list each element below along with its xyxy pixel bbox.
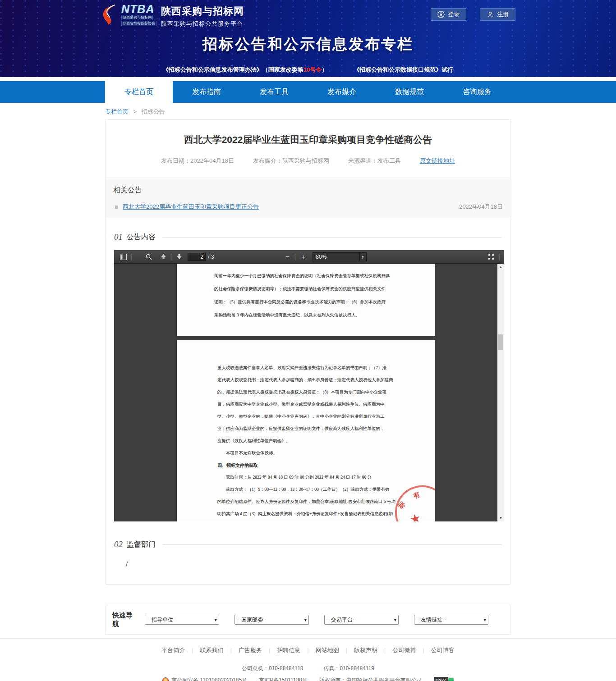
- quick-nav-select[interactable]: --友情链接--: [414, 615, 488, 625]
- square-bullet-icon: [115, 206, 118, 209]
- register-button[interactable]: 注册: [480, 8, 515, 21]
- section-content-header: 01 公告内容: [114, 232, 502, 242]
- footer-link[interactable]: 招聘信息: [262, 646, 300, 654]
- quick-nav-select[interactable]: --指导单位--: [145, 615, 219, 625]
- logo-caption-2: 陕西省招标投标协会: [121, 21, 156, 26]
- origin-link[interactable]: 原文链接地址: [420, 157, 455, 165]
- zoom-in-button[interactable]: +: [297, 251, 309, 262]
- related-announcements: 相关公告 西北大学2022届毕业生蓝田玉印章采购项目更正公告 2022年04月1…: [106, 178, 510, 218]
- site-title: 陕西采购与招标网: [161, 5, 244, 18]
- quick-nav-select[interactable]: --国家部委--: [234, 615, 309, 625]
- pdf-text-line: 定代表人授权委托书；法定代表人参加磋商的，须出示身份证；法定代表人授权他人参加磋…: [217, 374, 382, 386]
- breadcrumb-separator: >: [133, 108, 137, 115]
- footer-link[interactable]: 公司微博: [377, 646, 416, 654]
- footer-link[interactable]: 网站地图: [300, 646, 339, 654]
- breadcrumb-current: 招标公告: [142, 108, 165, 115]
- banner-subtitle: 《招标公告和公示信息发布管理办法》（国家发改委第10号令） 《招标公告和公示数据…: [101, 66, 515, 74]
- quick-nav-select[interactable]: --交易平台--: [324, 615, 399, 625]
- pdf-text-line: 应提供《残疾人福利性单位声明函》。: [217, 435, 382, 447]
- cnzz-stats-badge[interactable]: CNZZ: [434, 677, 454, 681]
- pdf-text-line: 型、小型、微型企业的，提供《中小企业声明函》，且中小企业的划分标准所属行业为工: [217, 411, 382, 423]
- article-card: 西北大学2022届毕业生蓝田玉印章采购项目竞争性磋商公告 发布日期：2022年0…: [106, 119, 510, 585]
- pdf-viewer: / 3 − + 80% ▴▾: [114, 250, 504, 521]
- footer-copyright: 版权所有：中国招标公共服务平台有限公司: [319, 676, 422, 681]
- section-title: 监督部门: [127, 540, 156, 549]
- footer-link[interactable]: 版权声明: [339, 646, 377, 654]
- banner-title: 招标公告和公示信息发布专栏: [101, 34, 515, 55]
- presentation-mode-button[interactable]: [485, 251, 497, 262]
- supervisor-value: /: [126, 560, 510, 568]
- nav-item-consulting[interactable]: 咨询服务: [443, 81, 511, 103]
- site-logo[interactable]: NTBA 陕西采购与招标网 陕西省招标投标协会: [101, 4, 156, 26]
- pdf-page-2: 重大税收违法案件当事人名单、政府采购严重违法失信行为记录名单的书面声明；（7）法…: [177, 340, 435, 521]
- spinner-arrows-icon: ▴▾: [359, 253, 364, 261]
- scroll-up-arrow-icon[interactable]: ▲: [497, 264, 504, 270]
- search-button[interactable]: [143, 251, 155, 262]
- site-footer: 平台简介联系我们广告服务招聘信息网站地图版权声明公司微博公司博客 公司总机：01…: [0, 638, 616, 681]
- pdf-text-line: 的，须提供法定代表人授权委托书及被授权人身份证；（8）本项目为专门面向中小企业项: [217, 386, 382, 398]
- nav-item-publish-tools[interactable]: 发布工具: [240, 81, 308, 103]
- pdf-text-line: 重大税收违法案件当事人名单、政府采购严重违法失信行为记录名单的书面声明；（7）法: [217, 362, 382, 374]
- zoom-out-button[interactable]: −: [281, 251, 293, 262]
- section-number: 01: [114, 232, 123, 242]
- pdf-text-line: 间前一年内至少一个月已缴纳的社会保障资金的证明（社会保障资金缴存单据或社保机构开…: [214, 270, 382, 283]
- header-nav-gap: [0, 77, 616, 81]
- pdf-page-1: 间前一年内至少一个月已缴纳的社会保障资金的证明（社会保障资金缴存单据或社保机构开…: [177, 264, 435, 336]
- section-title: 公告内容: [127, 233, 156, 242]
- publish-date: 发布日期：2022年04月18日: [161, 157, 234, 165]
- user-icon: [437, 11, 445, 18]
- footer-phone: 公司总机：010-88484118: [242, 665, 303, 672]
- footer-link[interactable]: 公司博客: [416, 646, 454, 654]
- related-item: 西北大学2022届毕业生蓝田玉印章采购项目更正公告 2022年04月18日: [113, 203, 503, 211]
- footer-link[interactable]: 联系我们: [185, 646, 223, 654]
- logo-swoosh-icon: [101, 4, 120, 26]
- toolbar-separator: [171, 253, 171, 260]
- login-button[interactable]: 登录: [431, 8, 466, 21]
- zoom-level-select[interactable]: 80% ▴▾: [313, 252, 367, 261]
- source-channel: 来源渠道：发布工具: [348, 157, 401, 165]
- pdf-text-line: 获取方式：（1）9：00—12：00，13：30--17：00（工作日）（2）获…: [217, 484, 382, 496]
- pdf-text-line: 的社会保险参保缴费情况证明等）；依法不需要缴纳社会保障资金的供应商应提供相关文件: [214, 283, 382, 296]
- login-label: 登录: [448, 10, 460, 18]
- nav-item-data-standards[interactable]: 数据规范: [376, 81, 443, 103]
- nav-item-home[interactable]: 专栏首页: [105, 81, 173, 103]
- banner-regulation-2: 《招标公告和公示数据接口规范》试行: [354, 66, 453, 74]
- logo-caption-1: 陕西采购与招标网: [121, 15, 153, 20]
- pdf-scrollbar[interactable]: ▲ ▼: [497, 264, 504, 521]
- related-date: 2022年04月18日: [459, 203, 503, 211]
- page-total-label: / 3: [208, 254, 214, 260]
- article-meta: 发布日期：2022年04月18日 发布媒介：陕西采购与招标网 来源渠道：发布工具…: [106, 157, 510, 165]
- article-title: 西北大学2022届毕业生蓝田玉印章采购项目竞争性磋商公告: [106, 133, 510, 146]
- police-badge-icon: [162, 677, 169, 681]
- toolbar-separator: [295, 253, 295, 260]
- scrollbar-thumb[interactable]: [498, 334, 503, 350]
- next-page-button[interactable]: [173, 251, 185, 262]
- page-number-input[interactable]: [188, 253, 206, 261]
- pdf-text-line: 证明；（5）提供具有履行本合同所必需的设备和专业技术能力的声明；（6）参加本次政…: [214, 296, 382, 309]
- user-add-icon: [487, 11, 494, 18]
- footer-link[interactable]: 平台简介: [161, 646, 185, 654]
- banner-regulation-1: 《招标公告和公示信息发布管理办法》（国家发改委第10号令）: [163, 66, 327, 74]
- zoom-level-value: 80%: [316, 254, 326, 260]
- pdf-text-line: 采购活动前 3 年内在经营活动中没有重大违纪，以及未被列入失信被执行人、: [214, 309, 382, 322]
- scroll-down-arrow-icon[interactable]: ▼: [497, 515, 504, 521]
- breadcrumb: 专栏首页 > 招标公告: [105, 108, 511, 116]
- pdf-text-line: 业；供应商为监狱企业的，应提供监狱企业的证明文件；供应商为残疾人福利性单位的，: [217, 423, 382, 435]
- toolbar-separator: [499, 253, 499, 260]
- pdf-toolbar: / 3 − + 80% ▴▾: [114, 250, 504, 264]
- previous-page-button[interactable]: [157, 251, 169, 262]
- section-divider: [163, 544, 502, 545]
- related-link[interactable]: 西北大学2022届毕业生蓝田玉印章采购项目更正公告: [123, 203, 259, 211]
- site-header: NTBA 陕西采购与招标网 陕西省招标投标协会 陕西采购与招标网 陕西采购与招标…: [0, 0, 616, 77]
- pdf-text-line: 目，供应商应为中型企业或小型、微型企业或监狱企业或残疾人福利性单位。供应商为中: [217, 398, 382, 411]
- logo-acronym: NTBA: [121, 4, 156, 14]
- sidebar-toggle-button[interactable]: [117, 251, 129, 262]
- footer-beian-icp[interactable]: 京ICP备15011138号: [259, 676, 308, 681]
- pdf-text-line: 获取时间：从 2022 年 04 月 18 日 09 时 00 分到 2022 …: [217, 471, 382, 484]
- publish-media: 发布媒介：陕西采购与招标网: [253, 157, 329, 165]
- nav-item-publish-guide[interactable]: 发布指南: [173, 81, 240, 103]
- nav-item-publish-media[interactable]: 发布媒介: [308, 81, 376, 103]
- breadcrumb-home[interactable]: 专栏首页: [105, 108, 129, 115]
- pdf-view-area: 间前一年内至少一个月已缴纳的社会保障资金的证明（社会保障资金缴存单据或社保机构开…: [114, 264, 504, 521]
- footer-link[interactable]: 广告服务: [224, 646, 262, 654]
